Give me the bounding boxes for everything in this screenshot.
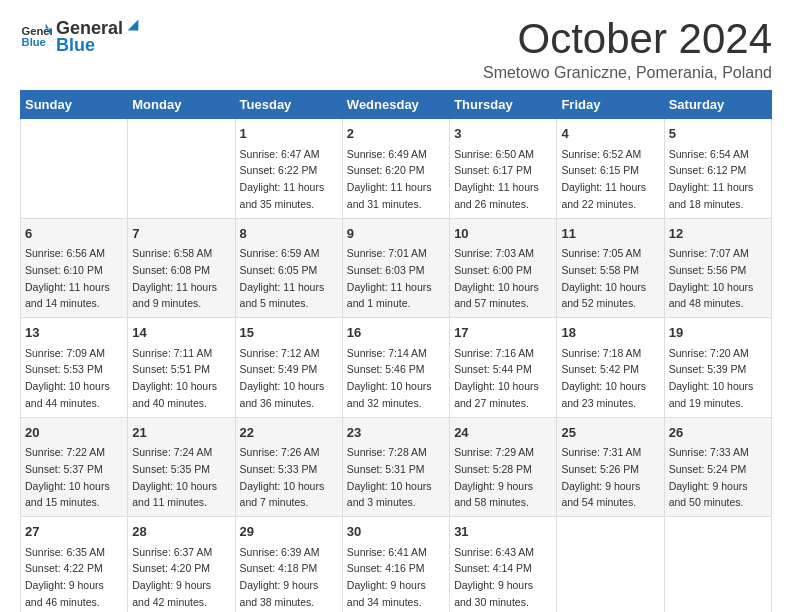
calendar-cell-1-5: 3Sunrise: 6:50 AMSunset: 6:17 PMDaylight… [450, 119, 557, 219]
weekday-header-tuesday: Tuesday [235, 91, 342, 119]
calendar-cell-5-6 [557, 517, 664, 612]
logo-icon: General Blue [20, 22, 52, 50]
weekday-header-row: SundayMondayTuesdayWednesdayThursdayFrid… [21, 91, 772, 119]
calendar-cell-1-6: 4Sunrise: 6:52 AMSunset: 6:15 PMDaylight… [557, 119, 664, 219]
calendar-cell-2-2: 7Sunrise: 6:58 AMSunset: 6:08 PMDaylight… [128, 218, 235, 318]
day-number: 15 [240, 323, 338, 343]
day-number: 13 [25, 323, 123, 343]
calendar-cell-2-6: 11Sunrise: 7:05 AMSunset: 5:58 PMDayligh… [557, 218, 664, 318]
day-number: 24 [454, 423, 552, 443]
day-info: Sunrise: 7:03 AMSunset: 6:00 PMDaylight:… [454, 247, 539, 309]
calendar-cell-5-4: 30Sunrise: 6:41 AMSunset: 4:16 PMDayligh… [342, 517, 449, 612]
day-info: Sunrise: 6:47 AMSunset: 6:22 PMDaylight:… [240, 148, 325, 210]
day-number: 18 [561, 323, 659, 343]
calendar-cell-5-2: 28Sunrise: 6:37 AMSunset: 4:20 PMDayligh… [128, 517, 235, 612]
day-info: Sunrise: 6:35 AMSunset: 4:22 PMDaylight:… [25, 546, 105, 608]
day-number: 25 [561, 423, 659, 443]
calendar-cell-4-3: 22Sunrise: 7:26 AMSunset: 5:33 PMDayligh… [235, 417, 342, 517]
day-number: 29 [240, 522, 338, 542]
calendar-cell-2-7: 12Sunrise: 7:07 AMSunset: 5:56 PMDayligh… [664, 218, 771, 318]
calendar-cell-3-6: 18Sunrise: 7:18 AMSunset: 5:42 PMDayligh… [557, 318, 664, 418]
day-info: Sunrise: 7:20 AMSunset: 5:39 PMDaylight:… [669, 347, 754, 409]
svg-marker-4 [128, 20, 139, 31]
day-info: Sunrise: 7:26 AMSunset: 5:33 PMDaylight:… [240, 446, 325, 508]
day-info: Sunrise: 7:22 AMSunset: 5:37 PMDaylight:… [25, 446, 110, 508]
logo: General Blue General Blue [20, 16, 143, 56]
day-info: Sunrise: 6:49 AMSunset: 6:20 PMDaylight:… [347, 148, 432, 210]
logo-triangle-icon [124, 16, 142, 34]
weekday-header-wednesday: Wednesday [342, 91, 449, 119]
day-info: Sunrise: 7:07 AMSunset: 5:56 PMDaylight:… [669, 247, 754, 309]
calendar-cell-4-1: 20Sunrise: 7:22 AMSunset: 5:37 PMDayligh… [21, 417, 128, 517]
day-number: 5 [669, 124, 767, 144]
day-info: Sunrise: 6:59 AMSunset: 6:05 PMDaylight:… [240, 247, 325, 309]
calendar-cell-3-4: 16Sunrise: 7:14 AMSunset: 5:46 PMDayligh… [342, 318, 449, 418]
day-number: 1 [240, 124, 338, 144]
day-info: Sunrise: 7:11 AMSunset: 5:51 PMDaylight:… [132, 347, 217, 409]
day-number: 19 [669, 323, 767, 343]
weekday-header-saturday: Saturday [664, 91, 771, 119]
calendar-cell-5-7 [664, 517, 771, 612]
day-number: 21 [132, 423, 230, 443]
day-info: Sunrise: 7:18 AMSunset: 5:42 PMDaylight:… [561, 347, 646, 409]
calendar-cell-2-1: 6Sunrise: 6:56 AMSunset: 6:10 PMDaylight… [21, 218, 128, 318]
title-area: October 2024 Smetowo Graniczne, Pomerani… [483, 16, 772, 82]
day-number: 3 [454, 124, 552, 144]
day-info: Sunrise: 7:05 AMSunset: 5:58 PMDaylight:… [561, 247, 646, 309]
calendar-cell-2-5: 10Sunrise: 7:03 AMSunset: 6:00 PMDayligh… [450, 218, 557, 318]
calendar-cell-4-4: 23Sunrise: 7:28 AMSunset: 5:31 PMDayligh… [342, 417, 449, 517]
day-info: Sunrise: 6:50 AMSunset: 6:17 PMDaylight:… [454, 148, 539, 210]
day-number: 27 [25, 522, 123, 542]
day-info: Sunrise: 6:52 AMSunset: 6:15 PMDaylight:… [561, 148, 646, 210]
calendar-cell-1-7: 5Sunrise: 6:54 AMSunset: 6:12 PMDaylight… [664, 119, 771, 219]
header-area: General Blue General Blue October 2024 S… [20, 16, 772, 82]
calendar-cell-3-7: 19Sunrise: 7:20 AMSunset: 5:39 PMDayligh… [664, 318, 771, 418]
day-info: Sunrise: 7:29 AMSunset: 5:28 PMDaylight:… [454, 446, 534, 508]
day-info: Sunrise: 7:14 AMSunset: 5:46 PMDaylight:… [347, 347, 432, 409]
day-number: 14 [132, 323, 230, 343]
week-row-3: 13Sunrise: 7:09 AMSunset: 5:53 PMDayligh… [21, 318, 772, 418]
day-info: Sunrise: 6:39 AMSunset: 4:18 PMDaylight:… [240, 546, 320, 608]
day-info: Sunrise: 7:16 AMSunset: 5:44 PMDaylight:… [454, 347, 539, 409]
day-info: Sunrise: 6:43 AMSunset: 4:14 PMDaylight:… [454, 546, 534, 608]
week-row-2: 6Sunrise: 6:56 AMSunset: 6:10 PMDaylight… [21, 218, 772, 318]
day-number: 2 [347, 124, 445, 144]
day-info: Sunrise: 6:56 AMSunset: 6:10 PMDaylight:… [25, 247, 110, 309]
day-number: 10 [454, 224, 552, 244]
day-info: Sunrise: 6:41 AMSunset: 4:16 PMDaylight:… [347, 546, 427, 608]
day-info: Sunrise: 6:58 AMSunset: 6:08 PMDaylight:… [132, 247, 217, 309]
calendar-cell-2-4: 9Sunrise: 7:01 AMSunset: 6:03 PMDaylight… [342, 218, 449, 318]
calendar-cell-3-5: 17Sunrise: 7:16 AMSunset: 5:44 PMDayligh… [450, 318, 557, 418]
weekday-header-friday: Friday [557, 91, 664, 119]
day-number: 20 [25, 423, 123, 443]
day-info: Sunrise: 7:09 AMSunset: 5:53 PMDaylight:… [25, 347, 110, 409]
calendar-cell-1-4: 2Sunrise: 6:49 AMSunset: 6:20 PMDaylight… [342, 119, 449, 219]
week-row-1: 1Sunrise: 6:47 AMSunset: 6:22 PMDaylight… [21, 119, 772, 219]
calendar-cell-1-3: 1Sunrise: 6:47 AMSunset: 6:22 PMDaylight… [235, 119, 342, 219]
calendar-cell-1-2 [128, 119, 235, 219]
calendar-cell-2-3: 8Sunrise: 6:59 AMSunset: 6:05 PMDaylight… [235, 218, 342, 318]
day-info: Sunrise: 6:54 AMSunset: 6:12 PMDaylight:… [669, 148, 754, 210]
month-title: October 2024 [483, 16, 772, 62]
calendar-cell-5-3: 29Sunrise: 6:39 AMSunset: 4:18 PMDayligh… [235, 517, 342, 612]
day-info: Sunrise: 7:12 AMSunset: 5:49 PMDaylight:… [240, 347, 325, 409]
day-number: 31 [454, 522, 552, 542]
day-number: 12 [669, 224, 767, 244]
calendar-cell-5-1: 27Sunrise: 6:35 AMSunset: 4:22 PMDayligh… [21, 517, 128, 612]
calendar-cell-3-1: 13Sunrise: 7:09 AMSunset: 5:53 PMDayligh… [21, 318, 128, 418]
week-row-4: 20Sunrise: 7:22 AMSunset: 5:37 PMDayligh… [21, 417, 772, 517]
day-info: Sunrise: 7:24 AMSunset: 5:35 PMDaylight:… [132, 446, 217, 508]
day-number: 6 [25, 224, 123, 244]
calendar-cell-5-5: 31Sunrise: 6:43 AMSunset: 4:14 PMDayligh… [450, 517, 557, 612]
week-row-5: 27Sunrise: 6:35 AMSunset: 4:22 PMDayligh… [21, 517, 772, 612]
calendar-cell-4-6: 25Sunrise: 7:31 AMSunset: 5:26 PMDayligh… [557, 417, 664, 517]
weekday-header-thursday: Thursday [450, 91, 557, 119]
calendar-cell-4-7: 26Sunrise: 7:33 AMSunset: 5:24 PMDayligh… [664, 417, 771, 517]
day-info: Sunrise: 6:37 AMSunset: 4:20 PMDaylight:… [132, 546, 212, 608]
day-number: 7 [132, 224, 230, 244]
weekday-header-monday: Monday [128, 91, 235, 119]
location-title: Smetowo Graniczne, Pomerania, Poland [483, 64, 772, 82]
day-info: Sunrise: 7:33 AMSunset: 5:24 PMDaylight:… [669, 446, 749, 508]
calendar-cell-1-1 [21, 119, 128, 219]
day-number: 22 [240, 423, 338, 443]
